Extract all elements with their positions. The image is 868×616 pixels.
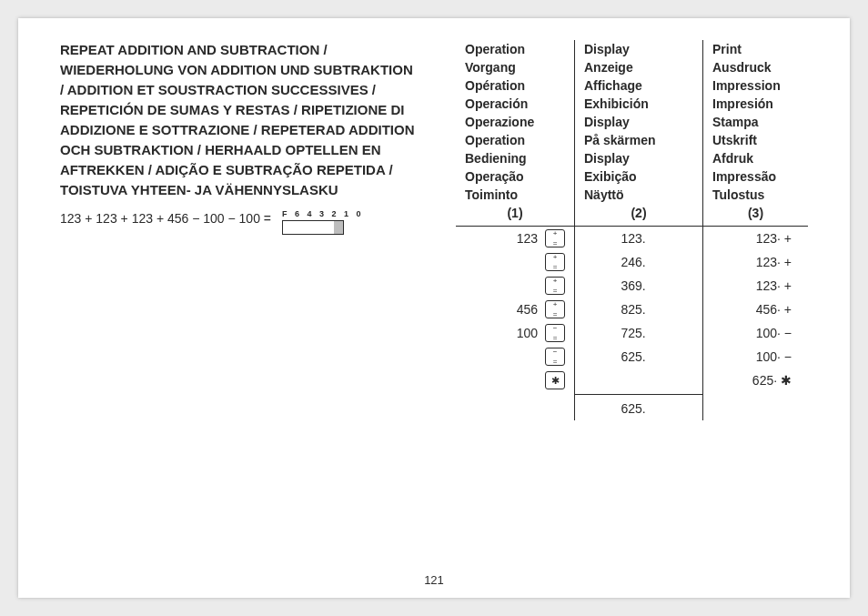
table-col-display: Display Anzeige Affichage Exhibición Dis… [575, 40, 703, 420]
col2-h3: Exhibición [575, 95, 702, 113]
col2-h2: Affichage [575, 76, 702, 95]
col3-num: (3) [703, 204, 808, 226]
table-col-print: Print Ausdruck Impression Impresión Stam… [703, 40, 808, 420]
print-cell: 123· + [703, 274, 808, 298]
col1-h2: Opération [456, 76, 574, 95]
print-cell: 625· ✱ [703, 369, 808, 392]
operation-number: 100 [510, 326, 538, 340]
print-cell: 100· − [703, 321, 808, 345]
col2-h7: Exibição [575, 167, 702, 186]
equation-text: 123 + 123 + 123 + 456 − 100 − 100 = [60, 209, 271, 227]
print-cell: 123· + [703, 227, 808, 250]
col3-body: 123· +123· +123· +456· +100· −100· −625·… [703, 227, 808, 392]
col3-h1: Ausdruck [703, 58, 808, 76]
minus-equals-key-icon: −= [545, 324, 565, 342]
col3-h8: Tulostus [703, 186, 808, 204]
display-cell [575, 369, 702, 392]
col2-body-divider [575, 394, 702, 395]
operation-number: 123 [510, 231, 538, 246]
table-col-operation: Operation Vorgang Opération Operación Op… [456, 40, 575, 420]
page-number: 121 [18, 573, 850, 587]
col1-h1: Vorgang [456, 58, 574, 76]
operation-cell: 100−= [456, 321, 574, 345]
display-cell: 246. [575, 250, 702, 274]
col2-h0: Display [575, 40, 702, 58]
col2-body: 123.246.369.825.725.625.625. [575, 227, 702, 420]
col3-h7: Impressão [703, 167, 808, 186]
operation-cell: −= [456, 345, 574, 369]
col2-h5: På skärmen [575, 131, 702, 149]
col3-header: Print Ausdruck Impression Impresión Stam… [703, 40, 808, 226]
print-cell: 100· − [703, 345, 808, 369]
display-cell: 725. [575, 321, 702, 345]
col3-h6: Afdruk [703, 149, 808, 167]
col1-h3: Operación [456, 95, 574, 113]
plus-equals-key-icon: += [545, 277, 565, 295]
equation-row: 123 + 123 + 123 + 456 − 100 − 100 = F 6 … [60, 209, 419, 235]
operation-cell: += [456, 274, 574, 298]
col1-h0: Operation [456, 40, 574, 58]
page: REPEAT ADDITION AND SUBTRACTION / WIEDER… [18, 18, 850, 598]
display-cell: 825. [575, 298, 702, 321]
col3-h2: Impression [703, 76, 808, 95]
col1-h7: Operação [456, 167, 574, 186]
heading: REPEAT ADDITION AND SUBTRACTION / WIEDER… [60, 40, 419, 200]
col1-body: 123+=+=+=456+=100−=−=✱ [456, 227, 574, 392]
selector-label: F 6 4 3 2 1 0 [282, 209, 364, 218]
display-cell: 625. [575, 345, 702, 369]
display-cell: 123. [575, 227, 702, 250]
plus-equals-key-icon: += [545, 300, 565, 318]
col2-h8: Näyttö [575, 186, 702, 204]
selector-box-icon [282, 220, 344, 235]
col3-h3: Impresión [703, 95, 808, 113]
total-key-icon: ✱ [545, 371, 565, 389]
operation-cell: ✱ [456, 369, 574, 392]
decimal-selector: F 6 4 3 2 1 0 [282, 209, 364, 235]
col3-h5: Utskrift [703, 131, 808, 149]
operation-number: 456 [510, 302, 538, 317]
operation-cell: += [456, 250, 574, 274]
col2-num: (2) [575, 204, 702, 226]
col1-h4: Operazione [456, 113, 574, 131]
col3-h4: Stampa [703, 113, 808, 131]
print-cell: 456· + [703, 298, 808, 321]
content-area: REPEAT ADDITION AND SUBTRACTION / WIEDER… [60, 40, 808, 576]
plus-equals-key-icon: += [545, 253, 565, 271]
operation-cell: 123+= [456, 227, 574, 250]
col1-num: (1) [456, 204, 574, 226]
minus-equals-key-icon: −= [545, 348, 565, 366]
print-cell: 123· + [703, 250, 808, 274]
operation-cell: 456+= [456, 298, 574, 321]
col1-h6: Bediening [456, 149, 574, 167]
col2-header: Display Anzeige Affichage Exhibición Dis… [575, 40, 702, 226]
col1-h5: Operation [456, 131, 574, 149]
col1-h8: Toiminto [456, 186, 574, 204]
left-column: REPEAT ADDITION AND SUBTRACTION / WIEDER… [60, 40, 445, 576]
operation-table: Operation Vorgang Opération Operación Op… [456, 40, 808, 420]
col2-h1: Anzeige [575, 58, 702, 76]
right-column: Operation Vorgang Opération Operación Op… [445, 40, 808, 576]
col3-h0: Print [703, 40, 808, 58]
col2-h6: Display [575, 149, 702, 167]
col1-header: Operation Vorgang Opération Operación Op… [456, 40, 574, 226]
plus-equals-key-icon: += [545, 229, 565, 247]
display-final-cell: 625. [575, 397, 702, 420]
col2-h4: Display [575, 113, 702, 131]
display-cell: 369. [575, 274, 702, 298]
